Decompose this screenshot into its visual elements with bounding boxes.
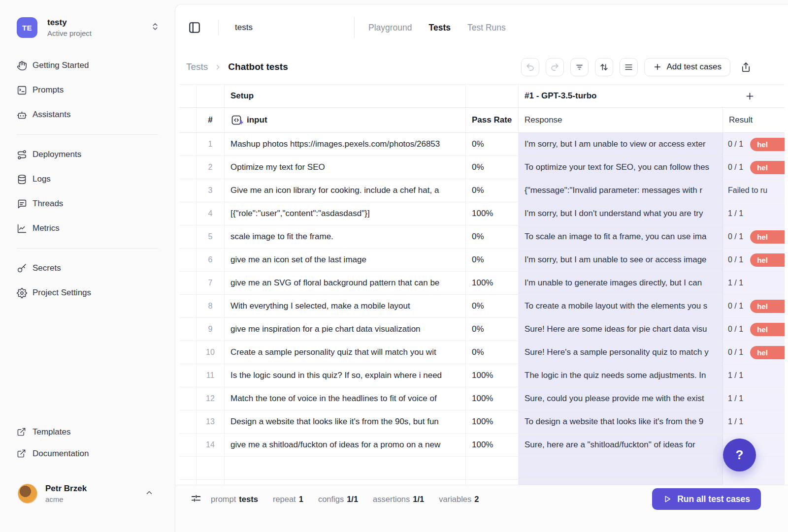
sliders-icon[interactable] — [189, 492, 203, 506]
empty-input-cell[interactable] — [225, 457, 466, 479]
sidebar-item-logs[interactable]: Logs — [0, 167, 175, 191]
sidebar-item-deployments[interactable]: Deployments — [0, 142, 175, 167]
row-handle-cell[interactable] — [179, 179, 197, 202]
response-cell[interactable]: Sure, here are a "shitload/fuckton" of i… — [519, 434, 723, 456]
result-cell[interactable]: 0 / 1hel — [723, 156, 785, 179]
row-handle-cell[interactable] — [179, 387, 197, 410]
tab-tests[interactable]: Tests — [429, 23, 451, 33]
row-handle-cell[interactable] — [179, 249, 197, 271]
response-cell[interactable]: I'm sorry, but I am unable to see or acc… — [519, 249, 723, 271]
stat-prompt[interactable]: prompttests — [211, 495, 258, 504]
row-handle-cell[interactable] — [179, 272, 197, 294]
tab-playground[interactable]: Playground — [368, 23, 412, 33]
input-cell[interactable]: With everything I selected, make a mobil… — [225, 295, 466, 317]
tab-test-runs[interactable]: Test Runs — [467, 23, 506, 33]
add-test-cases-button[interactable]: Add test cases — [644, 58, 730, 76]
input-cell[interactable]: Optimize my text for SEO — [225, 156, 466, 179]
assertion-fail-badge[interactable]: hel — [750, 161, 785, 174]
response-cell[interactable]: To design a website that looks like it's… — [519, 410, 723, 433]
assertion-fail-badge[interactable]: hel — [750, 323, 785, 336]
response-cell[interactable]: Sure! Here are some ideas for pie chart … — [519, 318, 723, 341]
result-cell[interactable]: 1 / 1 — [723, 387, 785, 410]
response-cell[interactable]: To scale an image to fit a frame, you ca… — [519, 225, 723, 248]
sidebar-item-secrets[interactable]: Secrets — [0, 256, 175, 281]
assertion-fail-badge[interactable]: hel — [750, 300, 785, 313]
stat-configs[interactable]: configs1/1 — [318, 495, 358, 504]
sidebar-link-documentation[interactable]: Documentation — [0, 443, 175, 465]
input-cell[interactable]: give me an SVG of floral background patt… — [225, 272, 466, 294]
sidebar-item-assistants[interactable]: Assistants — [0, 102, 175, 127]
input-cell[interactable]: [{"role":"user","content":"asdasdasd"}] — [225, 202, 466, 225]
assertion-fail-badge[interactable]: hel — [750, 253, 785, 267]
sidebar-item-prompts[interactable]: Prompts — [0, 78, 175, 102]
input-cell[interactable]: scale image to fit the frame. — [225, 225, 466, 248]
group-config-header[interactable]: #1 - GPT-3.5-turbo — [519, 85, 785, 107]
row-handle-cell[interactable] — [179, 318, 197, 341]
sidebar-item-threads[interactable]: Threads — [0, 191, 175, 216]
add-config-button[interactable] — [743, 90, 756, 102]
response-cell[interactable]: The logic in the quiz needs some adjustm… — [519, 364, 723, 387]
input-cell[interactable]: Match the tone of voice in the headlines… — [225, 387, 466, 410]
stat-variables[interactable]: variables2 — [439, 495, 479, 504]
result-cell[interactable]: 0 / 1hel — [723, 295, 785, 317]
row-handle-cell[interactable] — [179, 133, 197, 156]
row-handle-cell[interactable] — [179, 225, 197, 248]
column-header-result[interactable]: Result — [723, 108, 785, 132]
row-height-menu-button[interactable] — [620, 58, 638, 76]
result-cell[interactable]: 1 / 1 — [723, 272, 785, 294]
response-cell[interactable]: To create a mobile layout with the eleme… — [519, 295, 723, 317]
input-cell[interactable]: Create a sample personality quiz that wi… — [225, 341, 466, 364]
input-cell[interactable]: Is the logic sound in this quiz? If so, … — [225, 364, 466, 387]
input-cell[interactable]: Give me an icon library for cooking. inc… — [225, 179, 466, 202]
input-cell[interactable]: Mashup photos https://images.pexels.com/… — [225, 133, 466, 156]
group-setup-header[interactable]: Setup — [225, 85, 466, 107]
input-cell[interactable]: Design a website that looks like it's fr… — [225, 410, 466, 433]
result-cell[interactable]: 0 / 1hel — [723, 341, 785, 364]
project-switcher[interactable]: TE testy Active project — [17, 16, 160, 39]
response-cell[interactable]: Sure, could you please provide me with t… — [519, 387, 723, 410]
result-cell[interactable]: Failed to ru — [723, 179, 785, 202]
response-cell[interactable]: Sure! Here's a sample personality quiz t… — [519, 341, 723, 364]
sidebar-toggle-icon[interactable] — [186, 19, 203, 36]
result-cell[interactable]: 0 / 1hel — [723, 318, 785, 341]
row-handle-cell[interactable] — [179, 341, 197, 364]
sort-button[interactable] — [595, 58, 613, 76]
sidebar-item-project-settings[interactable]: Project Settings — [0, 281, 175, 305]
result-cell[interactable]: 0 / 1hel — [723, 133, 785, 156]
input-cell[interactable]: give me an icon set of the last image — [225, 249, 466, 271]
result-cell[interactable]: 1 / 1 — [723, 364, 785, 387]
input-cell[interactable]: give me a shitload/fuckton of ideas for … — [225, 434, 466, 456]
row-handle-cell[interactable] — [179, 410, 197, 433]
row-handle-cell[interactable] — [179, 295, 197, 317]
result-cell[interactable]: 1 / 1 — [723, 202, 785, 225]
help-button[interactable]: ? — [723, 438, 756, 471]
stat-repeat[interactable]: repeat1 — [273, 495, 303, 504]
user-menu[interactable]: Petr Brzek acme — [18, 480, 161, 507]
share-button[interactable] — [737, 58, 755, 76]
result-cell[interactable]: 1 / 1 — [723, 410, 785, 433]
sidebar-link-templates[interactable]: Templates — [0, 421, 175, 443]
assertion-fail-badge[interactable]: hel — [750, 346, 785, 359]
input-cell[interactable]: give me inspiration for a pie chart data… — [225, 318, 466, 341]
column-header-response[interactable]: Response — [519, 108, 723, 132]
response-cell[interactable]: To optimize your text for SEO, you can f… — [519, 156, 723, 179]
sidebar-item-getting-started[interactable]: Getting Started — [0, 53, 175, 78]
result-cell[interactable]: 0 / 1hel — [723, 225, 785, 248]
stat-assertions[interactable]: assertions1/1 — [373, 495, 424, 504]
response-cell[interactable]: {"message":"Invalid parameter: messages … — [519, 179, 723, 202]
row-handle-cell[interactable] — [179, 434, 197, 456]
undo-button[interactable] — [521, 58, 539, 76]
chevrons-up-down-icon[interactable] — [151, 22, 160, 33]
redo-button[interactable] — [546, 58, 564, 76]
row-handle-cell[interactable] — [179, 156, 197, 179]
assertion-fail-badge[interactable]: hel — [750, 138, 785, 151]
column-header-input[interactable]: input — [225, 108, 466, 132]
breadcrumb-parent[interactable]: Tests — [186, 62, 208, 72]
response-cell[interactable]: I'm sorry, but I don't understand what y… — [519, 202, 723, 225]
row-handle-cell[interactable] — [179, 202, 197, 225]
sidebar-item-metrics[interactable]: Metrics — [0, 216, 175, 241]
response-cell[interactable]: I'm unable to generate images directly, … — [519, 272, 723, 294]
column-header-pass-rate[interactable]: Pass Rate — [466, 108, 519, 132]
assertion-fail-badge[interactable]: hel — [750, 230, 785, 244]
result-cell[interactable]: 0 / 1hel — [723, 249, 785, 271]
